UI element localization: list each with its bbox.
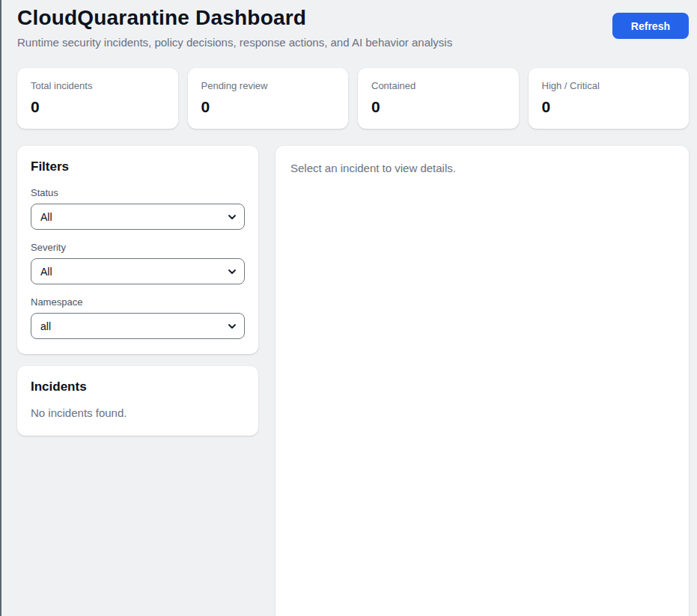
stat-card-high-critical: High / Critical 0 xyxy=(529,68,690,129)
stats-row: Total incidents 0 Pending review 0 Conta… xyxy=(17,68,689,129)
status-filter-label: Status xyxy=(31,187,245,198)
incident-detail-panel: Select an incident to view details. xyxy=(276,146,689,616)
filter-field-status: Status All xyxy=(31,187,245,230)
stat-label: Contained xyxy=(371,80,505,91)
refresh-button[interactable]: Refresh xyxy=(612,13,689,39)
namespace-select-wrap: all xyxy=(31,313,245,339)
severity-select-wrap: All xyxy=(31,258,245,284)
stat-label: High / Critical xyxy=(542,80,676,91)
stat-card-pending-review: Pending review 0 xyxy=(188,68,349,129)
status-select-wrap: All xyxy=(31,204,245,230)
incidents-empty-message: No incidents found. xyxy=(31,406,245,419)
incidents-panel: Incidents No incidents found. xyxy=(17,366,258,436)
filters-heading: Filters xyxy=(31,159,245,174)
left-window-border xyxy=(0,0,1,616)
stat-card-total-incidents: Total incidents 0 xyxy=(17,68,178,129)
severity-filter-label: Severity xyxy=(31,242,245,253)
dashboard-page: CloudQuarantine Dashboard Runtime securi… xyxy=(0,0,697,616)
stat-value: 0 xyxy=(542,98,676,116)
left-column: Filters Status All Severity xyxy=(17,146,258,436)
stat-value: 0 xyxy=(371,98,505,116)
stat-label: Pending review xyxy=(201,80,335,91)
incidents-heading: Incidents xyxy=(31,379,245,394)
stat-value: 0 xyxy=(31,98,165,116)
namespace-filter-select[interactable]: all xyxy=(31,313,245,339)
namespace-filter-label: Namespace xyxy=(31,296,245,308)
header-text: CloudQuarantine Dashboard Runtime securi… xyxy=(17,4,452,49)
stat-label: Total incidents xyxy=(31,80,165,91)
filter-field-severity: Severity All xyxy=(31,242,245,284)
header: CloudQuarantine Dashboard Runtime securi… xyxy=(17,4,689,49)
page-title: CloudQuarantine Dashboard xyxy=(17,4,452,31)
detail-placeholder-text: Select an incident to view details. xyxy=(290,162,674,174)
main-content: Filters Status All Severity xyxy=(17,146,689,616)
filters-panel: Filters Status All Severity xyxy=(17,146,258,354)
severity-filter-select[interactable]: All xyxy=(31,258,245,284)
stat-card-contained: Contained 0 xyxy=(358,68,519,129)
page-subtitle: Runtime security incidents, policy decis… xyxy=(17,36,452,49)
status-filter-select[interactable]: All xyxy=(31,204,245,230)
stat-value: 0 xyxy=(201,98,335,116)
filter-field-namespace: Namespace all xyxy=(31,296,245,339)
